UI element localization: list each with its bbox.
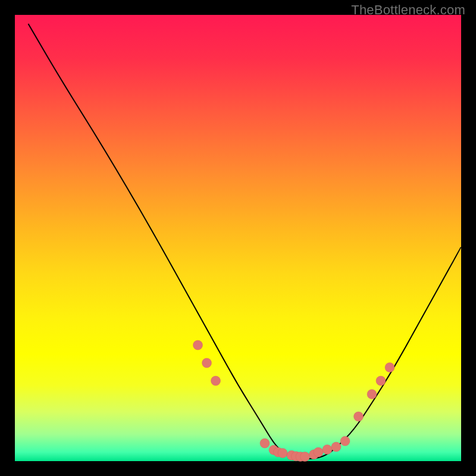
chart-svg — [15, 15, 461, 461]
chart-frame: TheBottleneck.com — [0, 0, 476, 476]
data-marker — [376, 376, 386, 386]
data-marker — [385, 363, 394, 372]
data-marker — [340, 436, 350, 446]
data-marker — [300, 452, 310, 462]
data-marker — [278, 449, 287, 458]
watermark: TheBottleneck.com — [351, 2, 465, 18]
bottleneck-curve — [29, 24, 462, 459]
data-marker — [322, 445, 332, 455]
data-marker — [354, 412, 364, 421]
data-marker — [211, 376, 221, 386]
data-marker — [331, 442, 341, 452]
data-marker — [193, 340, 203, 350]
data-marker — [202, 358, 212, 368]
data-marker — [314, 447, 323, 457]
plot-area — [15, 15, 461, 461]
data-marker — [260, 439, 270, 448]
data-marker — [367, 390, 377, 399]
